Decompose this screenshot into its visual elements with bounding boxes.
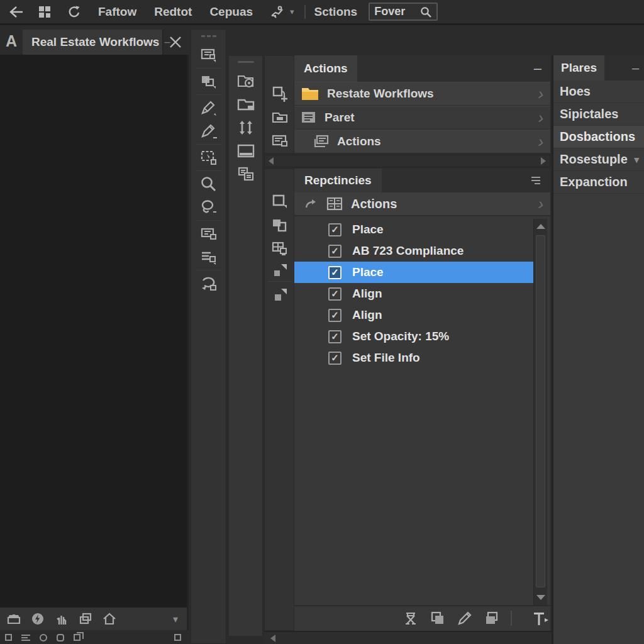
checkbox[interactable]: ✓ [328, 309, 341, 322]
list-item[interactable]: ✓ Set File Info [294, 347, 533, 369]
right-panel-item[interactable]: Dosbactions [553, 126, 644, 148]
horizontal-scrollbar[interactable] [264, 155, 550, 167]
menu-item-faftow[interactable]: Faftow [98, 5, 136, 19]
status-rounded-icon[interactable] [57, 634, 64, 641]
checkbox[interactable]: ✓ [328, 330, 341, 343]
zoom-tool-icon[interactable] [195, 172, 223, 196]
status-square-icon[interactable] [5, 634, 12, 641]
vertical-scrollbar[interactable] [533, 219, 547, 605]
transform-add-icon[interactable] [265, 82, 295, 106]
tool-dropdown-icon[interactable]: ▾ [290, 7, 294, 16]
status-circle-icon[interactable] [40, 634, 47, 641]
scrollbar-thumb[interactable] [536, 235, 545, 587]
right-panel-item[interactable]: Expanction [553, 171, 644, 194]
document-tab[interactable]: Real Estate Workflows – [23, 30, 164, 55]
adjustments-icon[interactable] [232, 116, 260, 139]
tab-actions[interactable]: Actions [294, 55, 357, 82]
canvas-toolbar-expand-icon[interactable]: ▾ [173, 613, 178, 625]
stop-record-icon[interactable] [402, 610, 419, 626]
status-lines-icon[interactable] [21, 635, 30, 641]
toolbar-drag-handle[interactable] [201, 35, 216, 37]
action-row-paret[interactable]: Paret › [294, 106, 550, 130]
document-canvas[interactable] [0, 55, 189, 608]
actions-group-row[interactable]: Actions › [294, 192, 550, 216]
export-basket-icon[interactable] [6, 611, 21, 626]
chevron-right-icon[interactable]: › [538, 87, 545, 100]
scroll-right-icon[interactable] [541, 157, 546, 165]
checkbox[interactable]: ✓ [328, 266, 341, 279]
toolbar2-drag-handle[interactable] [238, 61, 254, 63]
home-icon[interactable] [102, 611, 117, 626]
layers-tool-icon[interactable] [195, 70, 223, 93]
type-tool-icon[interactable] [531, 610, 549, 626]
scroll-up-icon[interactable] [536, 224, 545, 229]
close-tab-icon[interactable] [166, 33, 185, 52]
marquee-rect-icon[interactable] [265, 191, 295, 213]
menu-item-redtot[interactable]: Redtot [154, 5, 192, 19]
quick-action-bolt-icon[interactable] [30, 611, 45, 626]
action-set-row[interactable]: Restate Workflows › [294, 82, 550, 106]
rotate-view-tool-icon[interactable] [195, 272, 223, 295]
status-copy-icon[interactable] [74, 634, 80, 641]
panel-menu-icon[interactable] [529, 175, 543, 186]
list-item[interactable]: ✓ Align [294, 283, 533, 304]
gutter-panel-icon[interactable] [265, 129, 295, 152]
rep-panel: Repctincies Actions › ✓ Place ✓ AB 723 C… [294, 169, 550, 631]
right-panel-item[interactable]: Rosestuple▾ [553, 148, 644, 171]
list-item[interactable]: ✓ Place [294, 262, 533, 283]
scroll-left-icon[interactable] [270, 635, 275, 642]
chevron-right-icon[interactable]: › [538, 111, 545, 124]
swap-shapes-icon[interactable] [265, 214, 295, 236]
chevron-right-icon[interactable]: › [538, 135, 545, 148]
scroll-left-icon[interactable] [269, 157, 274, 165]
menu-item-cepuas[interactable]: Cepuas [209, 5, 253, 19]
tab-plares[interactable]: Plares [553, 55, 604, 80]
lasso-tool-icon[interactable] [195, 196, 223, 219]
folder-icon[interactable] [232, 92, 260, 116]
panel-group-icon[interactable] [232, 162, 260, 186]
blend-mode-icon[interactable] [265, 259, 295, 281]
checkbox[interactable]: ✓ [328, 223, 341, 236]
edit-pencil-icon[interactable] [457, 610, 473, 626]
apps-grid-icon[interactable] [38, 5, 52, 19]
search-input[interactable]: Fover [369, 3, 438, 21]
gutter-folder-icon[interactable] [265, 106, 295, 129]
status-end-square-icon[interactable] [174, 634, 181, 641]
crop-select-tool-icon[interactable] [195, 146, 223, 169]
right-panel-item[interactable]: Hoes [553, 80, 644, 103]
list-item[interactable]: ✓ AB 723 Compliance [294, 240, 533, 262]
checkbox[interactable]: ✓ [328, 287, 341, 301]
duplicate-frames-icon[interactable] [78, 611, 93, 626]
collapse-panel-icon[interactable]: – [632, 61, 639, 75]
refresh-icon[interactable] [67, 4, 82, 19]
menu-item-sctions[interactable]: Sctions [314, 5, 358, 19]
list-item[interactable]: ✓ Set Opacity: 15% [294, 326, 533, 347]
annotation-panel-icon[interactable] [195, 222, 223, 245]
blend-mode-alt-icon[interactable] [265, 284, 295, 306]
pen-tool-alt-icon[interactable] [195, 119, 223, 143]
tab-repctincies[interactable]: Repctincies [294, 169, 382, 192]
tool-preset-icon[interactable] [269, 4, 286, 19]
list-item[interactable]: ✓ Align [294, 304, 533, 326]
folder-settings-icon[interactable] [232, 69, 260, 92]
grid-edit-icon[interactable] [265, 238, 295, 260]
hand-tool-icon[interactable] [54, 611, 69, 626]
list-panel-icon[interactable] [195, 245, 223, 269]
pen-tool-icon[interactable] [195, 96, 223, 119]
right-panel-item[interactable]: Sipictales [553, 103, 644, 126]
chevron-right-icon[interactable]: › [538, 197, 545, 210]
panel-icon [301, 110, 317, 125]
dropdown-arrow-icon[interactable]: ▾ [634, 154, 639, 165]
duplicate-icon[interactable] [484, 610, 500, 626]
checkbox[interactable]: ✓ [328, 352, 341, 365]
artboard-icon[interactable] [232, 139, 260, 162]
panel-note-tool-icon[interactable] [195, 43, 223, 67]
collapse-panel-icon[interactable]: – [534, 65, 541, 72]
list-item[interactable]: ✓ Place [294, 219, 533, 240]
search-icon[interactable] [419, 6, 432, 18]
back-arrow-icon[interactable] [8, 4, 24, 19]
action-row-actions[interactable]: Actions › [294, 130, 550, 153]
new-item-icon[interactable] [430, 610, 446, 626]
checkbox[interactable]: ✓ [328, 245, 341, 258]
scroll-down-icon[interactable] [536, 595, 545, 600]
